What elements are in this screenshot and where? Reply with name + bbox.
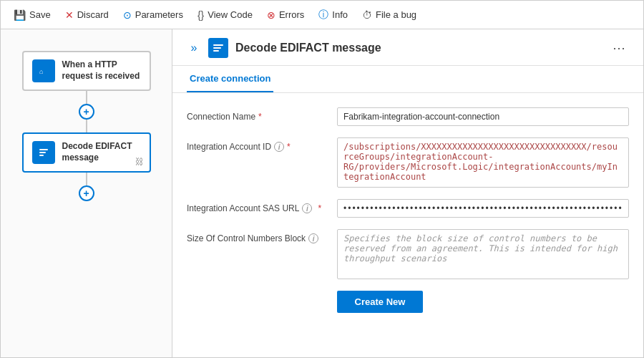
connector-line-2 xyxy=(86,173,87,185)
decode-edifact-label: Decode EDIFACT message xyxy=(62,141,141,163)
connection-name-label: Connection Name * xyxy=(187,107,330,122)
required-star-2: * xyxy=(287,142,291,152)
detail-menu-button[interactable]: ⋯ xyxy=(609,38,629,58)
parameters-icon: ⊙ xyxy=(123,9,132,21)
save-label: Save xyxy=(29,9,51,20)
required-star-1: * xyxy=(258,112,262,122)
info-toolbar-icon: ⓘ xyxy=(318,9,328,21)
discard-button[interactable]: ✕ Discard xyxy=(59,6,114,24)
discard-label: Discard xyxy=(77,9,109,20)
svg-rect-6 xyxy=(213,44,223,46)
discard-icon: ✕ xyxy=(65,9,74,21)
svg-rect-5 xyxy=(39,155,44,156)
control-numbers-row: Size Of Control Numbers Block i Specifie… xyxy=(187,229,629,279)
detail-tabs: Create connection xyxy=(172,66,643,93)
nav-arrows: » xyxy=(187,41,201,55)
main-area: ⌂ When a HTTP request is received + Deco… xyxy=(1,29,643,358)
integration-account-id-label: Integration Account ID i * xyxy=(187,137,330,152)
svg-rect-4 xyxy=(39,152,46,153)
connection-name-row: Connection Name * xyxy=(187,107,629,126)
detail-title: Decode EDIFACT message xyxy=(235,42,381,54)
integration-account-id-row: Integration Account ID i * /subscription… xyxy=(187,137,629,188)
sas-url-row: Integration Account SAS URL i * xyxy=(187,199,629,218)
view-code-icon: {} xyxy=(197,9,204,21)
svg-rect-8 xyxy=(213,50,219,52)
info-icon-2[interactable]: i xyxy=(302,203,312,213)
http-request-icon: ⌂ xyxy=(32,59,55,82)
svg-rect-7 xyxy=(213,47,221,49)
create-new-row: Create New xyxy=(187,291,629,313)
integration-account-id-input[interactable]: /subscriptions/XXXXXXXXXXXXXXXXXXXXXXXXX… xyxy=(337,137,629,188)
save-icon: 💾 xyxy=(14,9,26,21)
bug-icon: ⏱ xyxy=(362,9,372,21)
nav-forward-btn[interactable]: » xyxy=(187,41,201,55)
sas-url-label: Integration Account SAS URL i * xyxy=(187,199,330,213)
control-numbers-input[interactable]: Specifies the block size of control numb… xyxy=(337,229,629,279)
required-star-3: * xyxy=(318,203,321,213)
create-new-button[interactable]: Create New xyxy=(337,291,423,313)
create-connection-tab[interactable]: Create connection xyxy=(187,66,273,92)
node-link-icon: ⛓ xyxy=(135,157,144,167)
toolbar: 💾 Save ✕ Discard ⊙ Parameters {} View Co… xyxy=(1,1,643,29)
info-icon-3[interactable]: i xyxy=(308,233,318,243)
canvas-panel: ⌂ When a HTTP request is received + Deco… xyxy=(1,29,172,358)
connection-name-input[interactable] xyxy=(337,107,629,126)
add-step-btn-1[interactable]: + xyxy=(79,104,94,120)
detail-header-left: » Decode EDIFACT message xyxy=(187,38,381,58)
add-step-btn-2[interactable]: + xyxy=(79,185,94,201)
parameters-label: Parameters xyxy=(135,9,183,20)
connector-1: + xyxy=(76,91,97,132)
view-code-label: View Code xyxy=(208,9,253,20)
save-button[interactable]: 💾 Save xyxy=(8,6,57,24)
sas-url-input[interactable] xyxy=(337,199,629,218)
detail-title-icon xyxy=(208,38,228,58)
errors-button[interactable]: ⊗ Errors xyxy=(261,6,310,24)
errors-label: Errors xyxy=(279,9,304,20)
detail-header: » Decode EDIFACT message ⋯ xyxy=(172,29,643,66)
connector-2: + xyxy=(76,173,97,201)
parameters-button[interactable]: ⊙ Parameters xyxy=(117,6,189,24)
decode-edifact-node[interactable]: Decode EDIFACT message ⛓ xyxy=(22,132,151,173)
info-icon-1[interactable]: i xyxy=(274,142,284,152)
file-a-bug-button[interactable]: ⏱ File a bug xyxy=(356,6,422,24)
http-request-node[interactable]: ⌂ When a HTTP request is received xyxy=(22,51,151,91)
detail-panel: » Decode EDIFACT message ⋯ Create connec… xyxy=(172,29,643,358)
view-code-button[interactable]: {} View Code xyxy=(192,6,258,24)
control-numbers-label: Size Of Control Numbers Block i xyxy=(187,229,330,243)
decode-edifact-icon xyxy=(32,141,55,164)
connector-line-1b xyxy=(86,120,87,132)
form-area: Connection Name * Integration Account ID… xyxy=(172,93,643,327)
info-button[interactable]: ⓘ Info xyxy=(313,6,353,24)
http-request-label: When a HTTP request is received xyxy=(62,59,141,82)
errors-icon: ⊗ xyxy=(267,9,275,21)
connector-line-1 xyxy=(86,91,87,104)
file-a-bug-label: File a bug xyxy=(376,9,416,20)
info-label: Info xyxy=(332,9,348,20)
svg-rect-3 xyxy=(39,149,48,150)
svg-text:⌂: ⌂ xyxy=(39,68,43,75)
